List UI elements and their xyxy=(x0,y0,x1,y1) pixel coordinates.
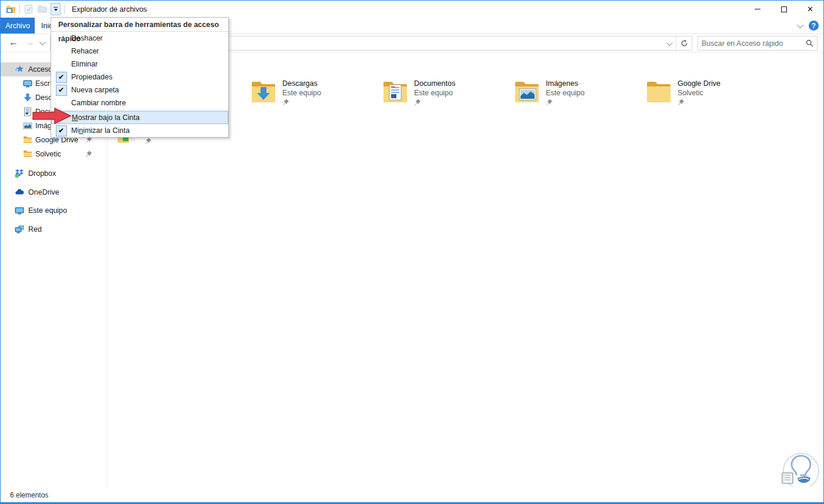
folder-icon xyxy=(23,149,32,159)
menu-item-minimizar-la-cinta[interactable]: ✔ Minimizar la Cinta xyxy=(51,124,228,137)
pin-icon xyxy=(546,99,585,108)
qat-customize-dropdown-button[interactable] xyxy=(51,3,61,15)
titlebar-separator xyxy=(64,5,65,14)
folder-downloads-icon xyxy=(251,79,276,109)
search-icon[interactable] xyxy=(802,39,817,47)
title-bar: Explorador de archivos ✕ xyxy=(1,1,823,18)
expand-ribbon-icon[interactable] xyxy=(797,21,803,28)
window-title: Explorador de archivos xyxy=(72,5,147,14)
tile-location: Este equipo xyxy=(282,89,321,97)
sidebar-item-red[interactable]: Red xyxy=(1,222,106,236)
pin-icon xyxy=(414,99,455,108)
menu-separator xyxy=(51,110,228,111)
tile-documentos[interactable]: Documentos Este equipo xyxy=(382,79,509,109)
sidebar-item-este-equipo[interactable]: Este equipo xyxy=(1,203,106,218)
folder-icon xyxy=(646,79,672,109)
tile-name: Descargas xyxy=(282,79,321,88)
address-dropdown-icon[interactable] xyxy=(666,39,673,45)
sidebar-item-solvetic[interactable]: Solvetic xyxy=(1,147,106,161)
pin-icon xyxy=(678,99,720,108)
onedrive-cloud-icon xyxy=(15,188,24,197)
search-input[interactable] xyxy=(698,39,802,48)
network-icon xyxy=(15,225,24,234)
menu-item-rehacer[interactable]: Rehacer xyxy=(51,45,228,58)
tile-name: Documentos xyxy=(414,79,455,88)
menu-item-propiedades[interactable]: ✔ Propiedades xyxy=(51,71,228,84)
qat-properties-icon[interactable] xyxy=(24,4,34,14)
solvetic-lightbulb-watermark xyxy=(775,448,820,488)
recent-locations-icon[interactable] xyxy=(39,39,46,45)
hidden-tile-folder-fragment xyxy=(118,137,139,146)
tile-location: Solvetic xyxy=(678,89,720,97)
this-pc-icon xyxy=(15,206,24,215)
dropbox-icon xyxy=(15,169,24,178)
tile-location: Este equipo xyxy=(414,89,455,97)
tab-archivo[interactable]: Archivo xyxy=(1,18,35,34)
tile-google-drive[interactable]: Google Drive Solvetic xyxy=(646,79,772,109)
titlebar-separator xyxy=(19,5,20,14)
downloads-icon xyxy=(23,93,32,102)
folder-icon xyxy=(23,135,32,145)
maximize-button[interactable] xyxy=(770,1,797,18)
explorer-window: Explorador de archivos ✕ Archivo Inicio … xyxy=(0,0,824,504)
tile-name: Google Drive xyxy=(678,79,720,88)
sidebar-item-dropbox[interactable]: Dropbox xyxy=(1,166,106,181)
qat-new-folder-icon[interactable] xyxy=(37,4,47,14)
menu-title: Personalizar barra de herramientas de ac… xyxy=(51,18,228,32)
caption-buttons: ✕ xyxy=(744,1,823,18)
forward-icon[interactable]: → xyxy=(25,37,35,48)
folder-documents-icon xyxy=(382,79,408,109)
search-box xyxy=(698,36,818,51)
qat-customize-menu: Personalizar barra de herramientas de ac… xyxy=(51,17,229,138)
quick-access-star-icon xyxy=(15,65,24,74)
desktop-icon xyxy=(23,79,32,88)
help-icon[interactable]: ? xyxy=(809,21,819,31)
status-bar: 6 elementos xyxy=(1,488,823,502)
folder-pictures-icon xyxy=(514,79,540,109)
back-icon[interactable]: ← xyxy=(9,37,18,48)
tile-location: Este equipo xyxy=(546,89,585,97)
minimize-button[interactable] xyxy=(744,1,770,18)
menu-item-eliminar[interactable]: Eliminar xyxy=(51,58,228,71)
pin-icon xyxy=(85,136,92,145)
explorer-folder-icon xyxy=(6,4,16,14)
menu-item-mostrar-bajo-la-cinta[interactable]: Mostrar bajo la Cinta xyxy=(51,111,228,124)
item-count: 6 elementos xyxy=(10,491,48,499)
pin-icon xyxy=(85,151,92,159)
menu-item-deshacer[interactable]: Deshacer xyxy=(51,32,228,45)
checkbox-checked-icon: ✔ xyxy=(56,72,67,83)
tile-name: Imágenes xyxy=(546,79,585,88)
tile-imagenes[interactable]: Imágenes Este equipo xyxy=(514,79,640,109)
refresh-icon[interactable] xyxy=(676,39,692,47)
close-button[interactable]: ✕ xyxy=(797,1,823,18)
tile-descargas[interactable]: Descargas Este equipo xyxy=(251,79,377,109)
menu-item-nueva-carpeta[interactable]: ✔ Nueva carpeta xyxy=(51,84,228,96)
hidden-tile-pin-icon xyxy=(145,138,152,146)
checkbox-checked-icon: ✔ xyxy=(56,85,67,96)
pin-icon xyxy=(282,99,321,108)
quick-access-toolbar: Explorador de archivos xyxy=(1,3,147,15)
menu-item-cambiar-nombre[interactable]: Cambiar nombre xyxy=(51,96,228,109)
red-callout-arrow xyxy=(31,106,72,127)
sidebar-item-onedrive[interactable]: OneDrive xyxy=(1,185,106,199)
